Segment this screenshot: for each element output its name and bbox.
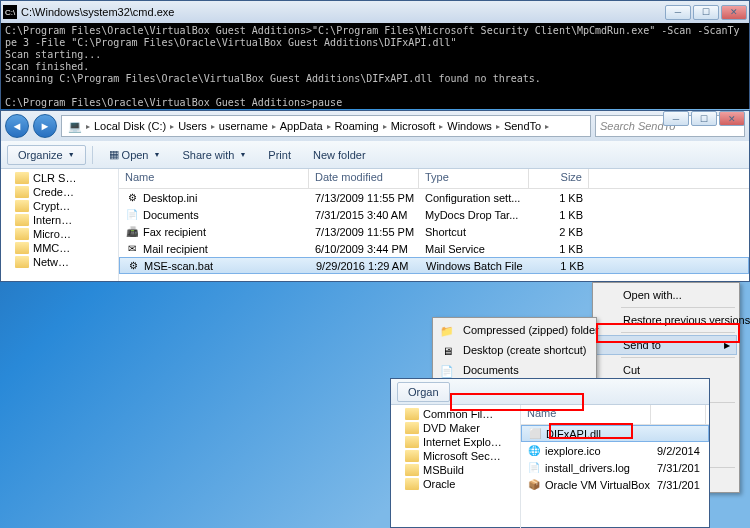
share-button[interactable]: Share with▼ <box>172 146 256 164</box>
newfolder-button[interactable]: New folder <box>303 146 376 164</box>
file-row[interactable]: ⚙Desktop.ini7/13/2009 11:55 PMConfigurat… <box>119 189 749 206</box>
sidebar-item[interactable]: Oracle <box>391 477 520 491</box>
folder-icon <box>405 464 419 476</box>
file-icon: ⚙ <box>126 259 140 273</box>
organize-button[interactable]: Organ <box>397 382 450 402</box>
column-headers[interactable]: Name Date modified Type Size <box>119 169 749 189</box>
file-row[interactable]: 📦Oracle VM VirtualBox Guest Additions7/3… <box>521 476 709 493</box>
sidebar-item[interactable]: Netw… <box>1 255 118 269</box>
cmd-title-text: C:\Windows\system32\cmd.exe <box>21 6 665 18</box>
folder-icon <box>405 436 419 448</box>
file-icon: ✉ <box>125 242 139 256</box>
sidebar[interactable]: Common Fil…DVD MakerInternet Explo…Micro… <box>391 405 521 528</box>
file-icon: ⚙ <box>125 191 139 205</box>
sidebar-item[interactable]: Intern… <box>1 213 118 227</box>
sidebar-item[interactable]: MSBuild <box>391 463 520 477</box>
explorer-window: ◄ ► 💻▸Local Disk (C:)▸Users▸username▸App… <box>0 110 750 282</box>
sidebar-item[interactable]: Crypt… <box>1 199 118 213</box>
cmd-icon: C:\ <box>3 5 17 19</box>
explorer2-toolbar: Organ <box>391 379 709 405</box>
explorer-window-2: Organ Common Fil…DVD MakerInternet Explo… <box>390 378 710 528</box>
sidebar-item[interactable]: Microsoft Sec… <box>391 449 520 463</box>
col-name[interactable]: Name <box>521 405 651 424</box>
folder-icon <box>15 172 29 184</box>
breadcrumb-seg[interactable]: AppData <box>276 120 327 132</box>
col-size[interactable]: Size <box>529 169 589 188</box>
col-name[interactable]: Name <box>119 169 309 188</box>
minimize-button[interactable]: ─ <box>665 5 691 20</box>
sidebar-item[interactable]: CLR S… <box>1 171 118 185</box>
print-button[interactable]: Print <box>258 146 301 164</box>
breadcrumb-seg[interactable]: Windows <box>443 120 496 132</box>
file-icon: 📠 <box>125 225 139 239</box>
breadcrumb-seg[interactable]: username <box>215 120 272 132</box>
folder-icon <box>405 422 419 434</box>
folder-icon <box>15 242 29 254</box>
file-row[interactable]: ⚙MSE-scan.bat9/29/2016 1:29 AMWindows Ba… <box>119 257 749 274</box>
close-button[interactable]: ✕ <box>719 111 745 126</box>
nav-forward-button[interactable]: ► <box>33 114 57 138</box>
context-item[interactable]: Cut <box>595 360 737 380</box>
organize-button[interactable]: Organize▼ <box>7 145 86 165</box>
sendto-item[interactable]: 🖥Desktop (create shortcut) <box>435 340 594 360</box>
menu-icon: 📄 <box>439 363 455 379</box>
folder-icon <box>405 450 419 462</box>
file-icon: ⬜ <box>528 427 542 441</box>
cmd-window: C:\ C:\Windows\system32\cmd.exe ─ ☐ ✕ C:… <box>0 0 750 109</box>
sendto-item[interactable]: 📁Compressed (zipped) folder <box>435 320 594 340</box>
folder-icon <box>15 186 29 198</box>
col-date[interactable]: Date modified <box>309 169 419 188</box>
folder-icon <box>15 228 29 240</box>
breadcrumb-seg[interactable]: Microsoft <box>387 120 440 132</box>
file-row[interactable]: 📄install_drivers.log7/31/201 <box>521 459 709 476</box>
file-row[interactable]: ✉Mail recipient6/10/2009 3:44 PMMail Ser… <box>119 240 749 257</box>
context-item[interactable]: Restore previous versions <box>595 310 737 330</box>
cmd-titlebar[interactable]: C:\ C:\Windows\system32\cmd.exe ─ ☐ ✕ <box>1 1 749 23</box>
sidebar-item[interactable]: Micro… <box>1 227 118 241</box>
context-item[interactable]: Send to▶ <box>595 335 737 355</box>
explorer-toolbar: Organize▼ ▦ Open▼ Share with▼ Print New … <box>1 141 749 169</box>
sidebar-item[interactable]: Common Fil… <box>391 407 520 421</box>
maximize-button[interactable]: ☐ <box>691 111 717 126</box>
close-button[interactable]: ✕ <box>721 5 747 20</box>
file-icon: 🌐 <box>527 444 541 458</box>
file-list: Name ⬜DIFxAPI.dll🌐iexplore.ico9/2/2014📄i… <box>521 405 709 528</box>
file-icon: 📦 <box>527 478 541 492</box>
breadcrumb[interactable]: 💻▸Local Disk (C:)▸Users▸username▸AppData… <box>61 115 591 137</box>
sidebar-item[interactable]: MMC… <box>1 241 118 255</box>
file-row[interactable]: 📠Fax recipient7/13/2009 11:55 PMShortcut… <box>119 223 749 240</box>
minimize-button[interactable]: ─ <box>663 111 689 126</box>
sidebar-item[interactable]: DVD Maker <box>391 421 520 435</box>
open-button[interactable]: ▦ Open▼ <box>99 145 171 164</box>
sidebar-item[interactable]: Internet Explo… <box>391 435 520 449</box>
folder-icon <box>15 200 29 212</box>
col-type[interactable]: Type <box>419 169 529 188</box>
folder-icon <box>15 214 29 226</box>
file-icon: 📄 <box>125 208 139 222</box>
file-row[interactable]: ⬜DIFxAPI.dll <box>521 425 709 442</box>
breadcrumb-seg[interactable]: Roaming <box>331 120 383 132</box>
sendto-item[interactable]: 📄Documents <box>435 360 594 380</box>
file-row[interactable]: 🌐iexplore.ico9/2/2014 <box>521 442 709 459</box>
sidebar-item[interactable]: Crede… <box>1 185 118 199</box>
breadcrumb-seg[interactable]: SendTo <box>500 120 545 132</box>
breadcrumb-seg[interactable]: Users <box>174 120 211 132</box>
file-row[interactable]: 📄Documents7/31/2015 3:40 AMMyDocs Drop T… <box>119 206 749 223</box>
explorer-nav: ◄ ► 💻▸Local Disk (C:)▸Users▸username▸App… <box>1 111 749 141</box>
folder-icon <box>405 408 419 420</box>
sidebar[interactable]: CLR S…Crede…Crypt…Intern…Micro…MMC…Netw… <box>1 169 119 281</box>
file-list: Name Date modified Type Size ⚙Desktop.in… <box>119 169 749 281</box>
file-icon: 📄 <box>527 461 541 475</box>
breadcrumb-seg[interactable]: Local Disk (C:) <box>90 120 170 132</box>
menu-icon: 🖥 <box>439 343 455 359</box>
nav-back-button[interactable]: ◄ <box>5 114 29 138</box>
folder-icon <box>405 478 419 490</box>
cmd-output: C:\Program Files\Oracle\VirtualBox Guest… <box>1 23 749 109</box>
folder-icon <box>15 256 29 268</box>
context-item[interactable]: Open with... <box>595 285 737 305</box>
maximize-button[interactable]: ☐ <box>693 5 719 20</box>
menu-icon: 📁 <box>439 323 455 339</box>
